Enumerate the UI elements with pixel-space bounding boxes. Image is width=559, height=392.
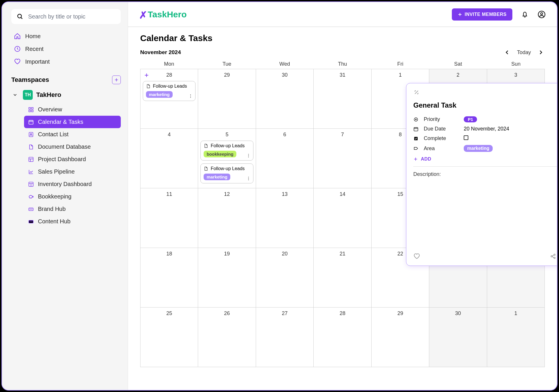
prev-month-button[interactable] xyxy=(503,48,511,56)
task-title: Follow-up Leads xyxy=(211,166,244,171)
sidebar-item-content-hub[interactable]: Content Hub xyxy=(24,215,121,228)
sidebar-item-inventory-dashboard[interactable]: Inventory Dashboard xyxy=(24,178,121,190)
add-task-button[interactable] xyxy=(144,73,149,78)
sidebar-item-contact-list[interactable]: Contact List xyxy=(24,128,121,141)
calendar-cell[interactable]: 31 xyxy=(314,69,371,129)
day-number: 29 xyxy=(200,72,253,78)
calendar-cell[interactable]: 29 xyxy=(198,69,256,129)
svg-point-16 xyxy=(32,209,32,209)
sidebar-item-label: Calendar & Tasks xyxy=(38,119,83,125)
add-label: ADD xyxy=(421,157,431,162)
calendar-cell[interactable]: 11 xyxy=(140,188,198,248)
sidebar-item-overview[interactable]: Overview xyxy=(24,103,121,116)
day-number: 30 xyxy=(432,310,484,316)
search-input[interactable] xyxy=(28,13,116,20)
calendar-cell[interactable]: 18 xyxy=(140,248,198,308)
sidebar-item-label: Sales Pipeline xyxy=(38,168,75,175)
calendar-cell[interactable]: 14 xyxy=(314,188,371,248)
property-area[interactable]: Area marketing xyxy=(413,143,558,154)
sidebar-item-calendar-tasks[interactable]: Calendar & Tasks xyxy=(24,116,121,128)
sidebar-item-project-dashboard[interactable]: Project Dashboard xyxy=(24,153,121,165)
share-button[interactable] xyxy=(550,253,556,260)
day-number: 18 xyxy=(143,251,196,257)
grid-icon xyxy=(28,107,34,113)
day-number: 11 xyxy=(143,191,196,197)
next-month-button[interactable] xyxy=(537,48,545,56)
property-priority[interactable]: Priority P1 xyxy=(413,115,558,124)
add-property-button[interactable]: ADD xyxy=(413,157,558,162)
sidebar-item-label: Brand Hub xyxy=(38,206,66,212)
calendar-cell[interactable]: 1 xyxy=(487,308,545,367)
nav-important[interactable]: Important xyxy=(11,55,121,68)
dow-sun: Sun xyxy=(487,59,545,69)
dow-tue: Tue xyxy=(198,59,256,69)
dow-fri: Fri xyxy=(371,59,429,69)
calendar-cell[interactable]: 12 xyxy=(198,188,256,248)
svg-point-0 xyxy=(18,14,21,18)
day-number: 28 xyxy=(143,72,196,78)
calendar-icon xyxy=(413,126,421,132)
calendar-cell[interactable]: 4 xyxy=(140,129,198,188)
today-button[interactable]: Today xyxy=(517,49,531,56)
calendar-cell[interactable]: 29 xyxy=(372,308,429,367)
clock-icon xyxy=(14,45,21,52)
sidebar-item-bookkeeping[interactable]: Bookkeeping xyxy=(24,190,121,203)
add-teamspace-button[interactable] xyxy=(112,76,121,84)
sidebar-item-label: Project Dashboard xyxy=(38,156,86,163)
target-icon xyxy=(413,117,421,122)
invite-members-button[interactable]: INVITE MEMBERS xyxy=(452,8,512,21)
calendar-cell[interactable]: 5 Follow-up Leads bookkeeping Follow-up … xyxy=(198,129,256,188)
task-card[interactable]: Follow-up Leads bookkeeping xyxy=(200,141,253,161)
teamspace-toggle[interactable]: TH TakHero xyxy=(11,88,121,102)
calendar-cell[interactable]: 19 xyxy=(198,248,256,308)
task-menu-button[interactable] xyxy=(188,94,193,98)
calendar-cell[interactable]: 13 xyxy=(256,188,314,248)
complete-checkbox[interactable] xyxy=(464,135,468,140)
calendar-cell[interactable]: 26 xyxy=(198,308,256,367)
calendar-cell[interactable]: 7 xyxy=(314,129,371,188)
priority-pill: P1 xyxy=(464,116,477,122)
task-menu-button[interactable] xyxy=(246,176,251,181)
calendar-cell[interactable]: 28 Follow-up Leads marketing xyxy=(140,69,198,129)
day-number: 13 xyxy=(258,191,311,197)
task-card[interactable]: Follow-up Leads marketing xyxy=(143,81,196,101)
svg-point-33 xyxy=(416,119,416,120)
sidebar-item-sales-pipeline[interactable]: Sales Pipeline xyxy=(24,165,121,178)
nav-recent[interactable]: Recent xyxy=(11,43,121,55)
calendar-cell[interactable]: 28 xyxy=(314,308,371,367)
calendar-cell[interactable]: 25 xyxy=(140,308,198,367)
task-card[interactable]: Follow-up Leads marketing xyxy=(200,163,253,183)
notifications-button[interactable] xyxy=(520,10,529,19)
calendar-icon xyxy=(28,119,34,125)
nav-home[interactable]: Home xyxy=(11,30,121,43)
expand-icon[interactable] xyxy=(413,89,420,95)
teamspace-badge: TH xyxy=(23,90,33,100)
brand[interactable]: ✗ TaskHero xyxy=(139,9,187,20)
sidebar-item-document-database[interactable]: Document Database xyxy=(24,141,121,153)
svg-rect-3 xyxy=(29,107,31,109)
svg-point-14 xyxy=(30,209,30,209)
calendar-cell[interactable]: 30 xyxy=(256,69,314,129)
property-complete[interactable]: Complete xyxy=(413,134,558,143)
task-title: Follow-up Leads xyxy=(211,143,244,148)
search-field[interactable] xyxy=(11,9,121,24)
task-menu-button[interactable] xyxy=(246,153,251,158)
property-due-date[interactable]: Due Date 20 November, 2024 xyxy=(413,124,558,134)
calendar-cell[interactable]: 30 xyxy=(429,308,487,367)
svg-point-26 xyxy=(248,154,249,154)
calendar-cell[interactable]: 27 xyxy=(256,308,314,367)
profile-button[interactable] xyxy=(537,10,546,19)
nav-home-label: Home xyxy=(25,33,41,40)
day-number: 4 xyxy=(143,132,196,138)
sidebar-item-label: Contact List xyxy=(38,131,69,138)
topbar: ✗ TaskHero INVITE MEMBERS xyxy=(128,2,557,27)
day-number: 5 xyxy=(200,132,253,138)
svg-point-28 xyxy=(248,157,249,157)
area-tag: marketing xyxy=(464,145,493,152)
favorite-button[interactable] xyxy=(413,253,420,260)
sidebar-item-brand-hub[interactable]: Brand Hub xyxy=(24,203,121,215)
svg-rect-4 xyxy=(32,107,33,109)
calendar-cell[interactable]: 21 xyxy=(314,248,371,308)
calendar-cell[interactable]: 20 xyxy=(256,248,314,308)
calendar-cell[interactable]: 6 xyxy=(256,129,314,188)
